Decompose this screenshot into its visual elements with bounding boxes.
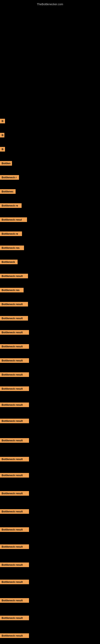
bottleneck-result-label: Bottleneck re [0,232,22,236]
bottleneck-result-label: Bottleneck result [0,418,29,423]
bottleneck-result-label: Bottleneck r [0,175,19,180]
bottleneck-result-label: B [0,147,5,152]
bottleneck-result-label: Bottlenec [0,189,16,194]
bottleneck-result-label: Bottleneck result [0,580,29,584]
bottleneck-result-label: Bottleneck result [0,402,29,407]
bottleneck-result-label: Bottlen [0,161,12,166]
bottleneck-result-label: Bottleneck result [0,562,29,567]
site-title: TheBottlenecker.com [0,1,100,8]
bottleneck-result-label: Bottleneck result [0,316,28,320]
bottleneck-result-label: Bottleneck re [0,203,22,208]
bottleneck-result-label: Bottleneck result [0,344,29,349]
bottleneck-result-label: Bottleneck [0,260,18,264]
bottleneck-result-label: Bottleneck result [0,274,28,278]
bottleneck-result-label: Bottleneck result [0,616,29,620]
bottleneck-result-label: Bottleneck result [0,633,29,638]
bottleneck-result-label: Bottleneck result [0,372,29,377]
bottleneck-result-label: B [0,119,5,123]
bottleneck-result-label: Bottleneck result [0,358,29,363]
bottleneck-result-label: Bottleneck result [0,491,29,496]
bottleneck-result-label: Bottleneck result [0,473,29,478]
bottleneck-result-label: Bottleneck result [0,330,29,335]
bottleneck-result-label: Bottleneck result [0,457,29,462]
bottleneck-result-label: Bottleneck result [0,544,29,549]
bottleneck-result-label: Bottleneck result [0,386,29,391]
bottleneck-result-label: Bottleneck result [0,438,29,443]
bottleneck-result-label: Bottleneck res [0,288,24,292]
bottleneck-result-label: Bottleneck res [0,246,24,250]
bottleneck-result-label: Bottleneck resul [0,217,27,222]
bottleneck-result-label: Bottleneck result [0,509,29,514]
bottleneck-result-label: Bottleneck result [0,598,29,603]
bottleneck-result-label: Bottleneck result [0,302,28,306]
bottleneck-result-label: B [0,133,4,138]
bottleneck-result-label: Bottleneck result [0,527,29,532]
